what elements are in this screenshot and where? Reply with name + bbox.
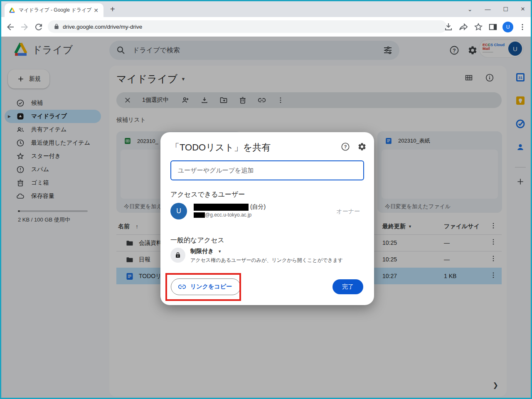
settings-gear-icon[interactable] [357, 142, 367, 151]
download-tray-icon[interactable] [443, 22, 453, 32]
tab-close-icon[interactable]: ✕ [92, 7, 100, 14]
share-dialog: 「TODOリスト」を共有 ? ユーザーやグループを追加 アクセスできるユーザー … [160, 132, 374, 305]
access-description: アクセス権のあるユーザーのみが、リンクから開くことができます [190, 257, 343, 264]
redacted-email-local [194, 212, 205, 218]
window-maximize-button[interactable]: ☐ [503, 6, 509, 12]
input-placeholder: ユーザーやグループを追加 [178, 167, 254, 175]
owner-row[interactable]: U (自分) @g.ecc.u-tokyo.ac.jp オーナー [170, 202, 364, 222]
address-bar[interactable]: drive.google.com/drive/my-drive [48, 20, 447, 33]
owner-self-label: (自分) [250, 203, 266, 210]
access-level-dropdown[interactable]: 制限付き▼ [190, 248, 222, 255]
back-button[interactable] [5, 22, 15, 32]
drive-favicon [9, 7, 15, 14]
share-icon[interactable] [458, 22, 468, 32]
people-section-label: アクセスできるユーザー [170, 190, 245, 199]
forward-button[interactable] [20, 22, 30, 32]
chevron-down-icon: ▼ [218, 249, 222, 254]
done-button[interactable]: 完了 [332, 279, 363, 294]
reload-button[interactable] [34, 22, 44, 32]
tab-strip: マイドライブ - Google ドライブ ✕ + ⌄ — ☐ × [1, 1, 531, 17]
svg-text:?: ? [344, 144, 347, 149]
tab-title: マイドライブ - Google ドライブ [19, 7, 92, 14]
side-panel-icon[interactable] [488, 22, 498, 32]
url-text: drive.google.com/drive/my-drive [63, 24, 142, 30]
lock-icon [175, 252, 181, 259]
owner-avatar: U [170, 203, 187, 219]
browser-profile-avatar[interactable]: U [502, 22, 513, 32]
copy-link-label: リンクをコピー [190, 283, 232, 291]
general-access-label: 一般的なアクセス [170, 236, 224, 245]
owner-role-label: オーナー [336, 208, 360, 215]
browser-window: マイドライブ - Google ドライブ ✕ + ⌄ — ☐ × drive.g… [0, 0, 532, 399]
add-people-input[interactable]: ユーザーやグループを追加 [170, 160, 364, 180]
bookmark-star-icon[interactable] [473, 22, 483, 32]
dialog-title: 「TODOリスト」を共有 [170, 141, 271, 154]
window-chevron-icon[interactable]: ⌄ [468, 6, 473, 12]
window-close-button[interactable]: × [521, 5, 525, 13]
copy-link-button[interactable]: リンクをコピー [171, 278, 241, 295]
help-icon[interactable]: ? [341, 142, 350, 151]
drive-page: ドライブ ドライブで検索 ? ECCS Cloud Mail━━━━━━━━━━… [1, 37, 531, 398]
browser-tab[interactable]: マイドライブ - Google ドライブ ✕ [5, 3, 103, 17]
new-tab-button[interactable]: + [110, 5, 115, 14]
link-icon [178, 283, 186, 291]
lock-icon [54, 24, 59, 30]
redacted-owner-name [194, 204, 249, 211]
browser-menu-icon[interactable] [518, 23, 527, 31]
window-minimize-button[interactable]: — [485, 6, 491, 12]
owner-email-domain: @g.ecc.u-tokyo.ac.jp [205, 212, 251, 218]
restricted-lock-badge [170, 248, 185, 263]
